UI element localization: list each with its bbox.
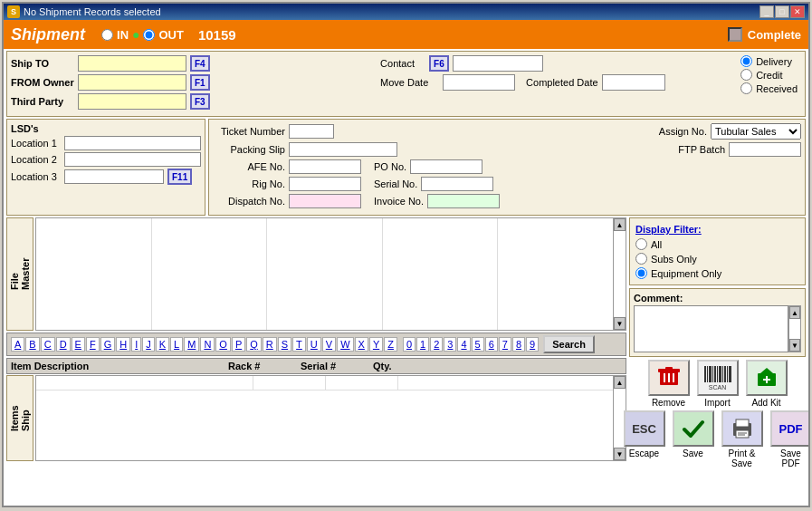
print-save-button[interactable] — [721, 410, 763, 447]
alpha-m[interactable]: M — [184, 337, 199, 352]
alpha-e[interactable]: E — [72, 337, 85, 352]
rig-no-input[interactable] — [289, 177, 361, 191]
alpha-p[interactable]: P — [232, 337, 245, 352]
filter-equipment-radio[interactable] — [635, 267, 647, 279]
dispatch-no-label: Dispatch No. — [213, 196, 285, 207]
serial-no-input[interactable] — [421, 177, 493, 191]
num-2[interactable]: 2 — [430, 337, 443, 352]
search-button[interactable]: Search — [543, 335, 595, 353]
location2-row: Location 2 — [11, 152, 201, 167]
complete-checkbox[interactable] — [728, 27, 742, 42]
move-date-label: Move Date — [380, 77, 439, 88]
alpha-u[interactable]: U — [307, 337, 321, 352]
alpha-y[interactable]: Y — [369, 337, 383, 352]
alpha-j[interactable]: J — [142, 337, 155, 352]
num-1[interactable]: 1 — [416, 337, 429, 352]
alpha-g[interactable]: G — [100, 337, 116, 352]
record-number: 10159 — [198, 27, 236, 43]
num-7[interactable]: 7 — [499, 337, 511, 352]
save-button[interactable] — [673, 410, 714, 447]
import-button[interactable]: SCAN — [697, 360, 739, 396]
alpha-d[interactable]: D — [56, 337, 71, 352]
ship-to-input[interactable] — [78, 55, 186, 72]
received-radio[interactable] — [740, 82, 752, 94]
ftp-batch-input[interactable] — [729, 142, 801, 157]
move-date-input[interactable]: Aug 4, 2009 — [443, 74, 515, 91]
ticket-number-input[interactable]: 0 — [289, 124, 334, 139]
f3-button[interactable]: F3 — [190, 93, 210, 110]
remove-label: Remove — [652, 398, 685, 408]
remove-button[interactable] — [648, 360, 690, 396]
afe-po-row: AFE No. PO No. — [213, 159, 801, 174]
afe-no-input[interactable] — [289, 159, 361, 174]
location2-input[interactable] — [64, 152, 201, 167]
location1-input[interactable] — [64, 136, 201, 150]
svg-rect-9 — [712, 366, 713, 382]
num-6[interactable]: 6 — [485, 337, 498, 352]
in-radio[interactable] — [101, 29, 113, 41]
action-buttons-row1: Remove — [629, 360, 806, 408]
pdf-text: PDF — [779, 422, 803, 436]
alpha-z[interactable]: Z — [384, 337, 397, 352]
num-4[interactable]: 4 — [457, 337, 470, 352]
num-5[interactable]: 5 — [472, 337, 484, 352]
alpha-t[interactable]: T — [292, 337, 306, 352]
alpha-i[interactable]: I — [131, 337, 141, 352]
escape-button[interactable]: ESC — [624, 410, 665, 447]
save-pdf-button[interactable]: PDF — [770, 410, 811, 447]
num-9[interactable]: 9 — [526, 337, 539, 352]
num-0[interactable]: 0 — [403, 337, 416, 352]
comment-scroll-track — [789, 319, 800, 339]
alpha-v[interactable]: V — [322, 337, 336, 352]
third-party-input[interactable] — [78, 93, 186, 110]
alpha-r[interactable]: R — [263, 337, 277, 352]
alpha-q[interactable]: Q — [246, 337, 262, 352]
assign-no-select[interactable]: Tubular Sales — [711, 123, 801, 140]
close-button[interactable]: ✕ — [790, 5, 805, 18]
alpha-k[interactable]: K — [156, 337, 169, 352]
alpha-b[interactable]: B — [25, 337, 39, 352]
filter-all-radio[interactable] — [635, 238, 647, 250]
alpha-f[interactable]: F — [86, 337, 100, 352]
alpha-w[interactable]: W — [337, 337, 353, 352]
ship-scroll-up[interactable]: ▲ — [614, 376, 626, 389]
alpha-h[interactable]: H — [116, 337, 130, 352]
po-no-input[interactable] — [410, 159, 482, 174]
alpha-l[interactable]: L — [170, 337, 183, 352]
num-8[interactable]: 8 — [512, 337, 525, 352]
maximize-button[interactable]: □ — [775, 5, 789, 18]
scroll-up-btn[interactable]: ▲ — [614, 218, 626, 231]
alpha-a[interactable]: A — [11, 337, 24, 352]
alpha-s[interactable]: S — [278, 337, 291, 352]
add-kit-button[interactable] — [746, 360, 788, 396]
alpha-o[interactable]: O — [215, 337, 231, 352]
f4-button[interactable]: F4 — [190, 55, 210, 72]
comment-scroll-down[interactable]: ▼ — [789, 339, 800, 352]
f1-button[interactable]: F1 — [190, 74, 210, 91]
comment-label: Comment: — [634, 293, 801, 304]
location3-input[interactable] — [64, 169, 164, 184]
comment-input[interactable] — [634, 305, 788, 352]
delivery-radio[interactable] — [740, 55, 752, 67]
completed-date-input[interactable]: 00/00/00 — [602, 74, 665, 91]
out-radio[interactable] — [143, 29, 155, 41]
filter-subs-radio[interactable] — [635, 253, 647, 265]
from-owner-input[interactable] — [78, 74, 186, 91]
comment-scroll-up[interactable]: ▲ — [789, 306, 800, 319]
alpha-x[interactable]: X — [355, 337, 368, 352]
contact-input[interactable] — [453, 55, 543, 72]
alpha-n[interactable]: N — [200, 337, 215, 352]
credit-radio[interactable] — [740, 69, 752, 81]
f6-button[interactable]: F6 — [429, 55, 449, 72]
packing-slip-input[interactable] — [289, 142, 397, 157]
location1-row: Location 1 — [11, 136, 201, 150]
master-col-3 — [267, 218, 383, 330]
svg-rect-16 — [729, 366, 731, 382]
num-3[interactable]: 3 — [444, 337, 456, 352]
invoice-no-input[interactable] — [427, 194, 500, 208]
alpha-c[interactable]: C — [41, 337, 55, 352]
f11-button[interactable]: F11 — [167, 169, 192, 185]
minimize-button[interactable]: _ — [759, 5, 774, 18]
scroll-down-btn[interactable]: ▼ — [614, 317, 626, 330]
dispatch-no-input[interactable] — [289, 194, 361, 208]
